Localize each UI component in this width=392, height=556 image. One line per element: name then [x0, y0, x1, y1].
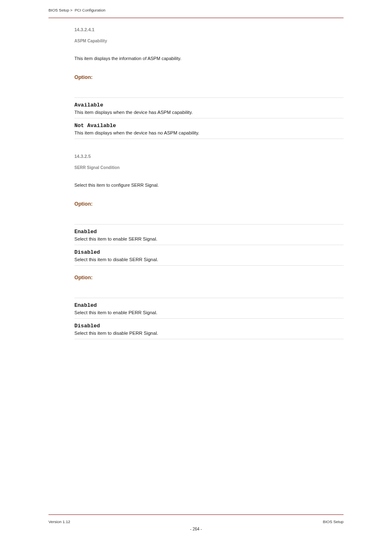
footer-page-number: - 264 - [0, 527, 392, 531]
serr-option-heading: Option: [74, 201, 344, 207]
option-def: Select this item to disable PERR Signal. [74, 331, 344, 336]
serr-option-list: Enabled Select this item to enable SERR … [74, 224, 344, 266]
top-rule [48, 18, 344, 18]
option-term: Enabled [74, 229, 344, 235]
aspm-heading-block: 14.3.2.4.1 ASPM Capability [74, 27, 344, 43]
option-list-end-rule [74, 339, 344, 339]
option-row-serr-disabled: Disabled Select this item to disable SER… [74, 245, 344, 265]
aspm-section-number: 14.3.2.4.1 [74, 27, 344, 32]
option-list-end-rule [74, 265, 344, 266]
aspm-option-list: Available This item displays when the de… [74, 97, 344, 139]
perr-option-list: Enabled Select this item to enable PERR … [74, 298, 344, 339]
option-row-serr-enabled: Enabled Select this item to enable SERR … [74, 224, 344, 245]
aspm-description: This item displays the information of AS… [74, 56, 344, 62]
perr-option-heading: Option: [74, 275, 344, 280]
serr-heading-block: 14.3.2.5 SERR Signal Condition [74, 154, 344, 170]
aspm-section-title: ASPM Capability [74, 39, 344, 43]
option-term: Enabled [74, 302, 344, 308]
option-row-available: Available This item displays when the de… [74, 97, 344, 118]
option-def: This item displays when the device has n… [74, 130, 344, 135]
option-def: Select this item to enable SERR Signal. [74, 236, 344, 241]
footer-right: BIOS Setup [323, 519, 344, 524]
option-row-not-available: Not Available This item displays when th… [74, 118, 344, 139]
breadcrumb: BIOS Setup > PCI Configuration [48, 8, 106, 12]
serr-section-number: 14.3.2.5 [74, 154, 344, 159]
option-term: Available [74, 102, 344, 108]
option-row-perr-disabled: Disabled Select this item to disable PER… [74, 318, 344, 339]
serr-section-title: SERR Signal Condition [74, 165, 344, 170]
option-list-end-rule [74, 139, 344, 139]
content-column: 14.3.2.4.1 ASPM Capability This item dis… [74, 27, 344, 339]
footer-left: Version 1.12 [48, 519, 70, 524]
option-term: Disabled [74, 249, 344, 255]
serr-description: Select this item to configure SERR Signa… [74, 182, 344, 189]
aspm-option-heading: Option: [74, 74, 344, 80]
option-row-perr-enabled: Enabled Select this item to enable PERR … [74, 298, 344, 318]
option-term: Disabled [74, 323, 344, 329]
option-term: Not Available [74, 123, 344, 129]
option-def: This item displays when the device has A… [74, 110, 344, 115]
option-def: Select this item to disable SERR Signal. [74, 257, 344, 262]
option-def: Select this item to enable PERR Signal. [74, 310, 344, 315]
bottom-rule [48, 514, 344, 515]
document-page: BIOS Setup > PCI Configuration 14.3.2.4.… [0, 0, 392, 556]
